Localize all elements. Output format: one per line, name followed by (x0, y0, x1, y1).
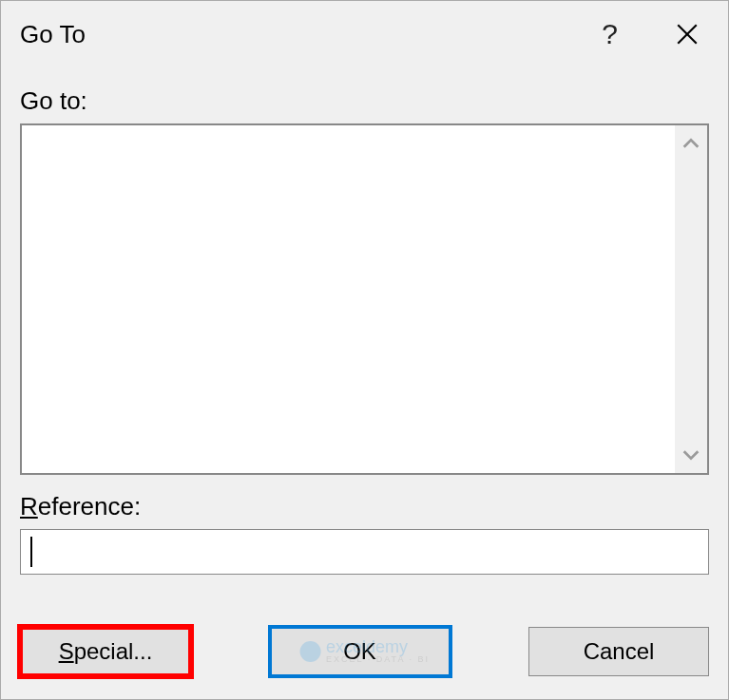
cancel-button[interactable]: Cancel (528, 627, 709, 676)
ok-button[interactable]: OK (270, 627, 451, 676)
reference-label: Reference: (20, 492, 709, 521)
close-icon (675, 22, 700, 47)
scroll-up-icon[interactable] (681, 133, 701, 154)
goto-label: Go to: (20, 86, 709, 116)
reference-label-rest: eference: (38, 492, 141, 520)
button-row: Special... OK Cancel (1, 608, 728, 699)
dialog-body: Go to: Reference: (1, 67, 728, 608)
special-rest: pecial... (74, 638, 153, 665)
titlebar: Go To ? (1, 1, 728, 67)
special-mnemonic: S (59, 638, 74, 665)
reference-input[interactable] (20, 529, 709, 575)
goto-dialog: Go To ? Go to: Ref (0, 0, 729, 700)
dialog-title: Go To (20, 20, 86, 49)
special-button[interactable]: Special... (20, 627, 191, 676)
scroll-down-icon[interactable] (681, 445, 701, 465)
titlebar-controls: ? (602, 18, 709, 50)
goto-listbox[interactable] (20, 123, 709, 475)
text-cursor (30, 537, 32, 567)
listbox-scrollbar[interactable] (675, 125, 707, 473)
reference-label-mnemonic: R (20, 492, 38, 520)
listbox-content[interactable] (22, 125, 675, 473)
help-button[interactable]: ? (602, 18, 618, 50)
close-button[interactable] (675, 22, 700, 47)
